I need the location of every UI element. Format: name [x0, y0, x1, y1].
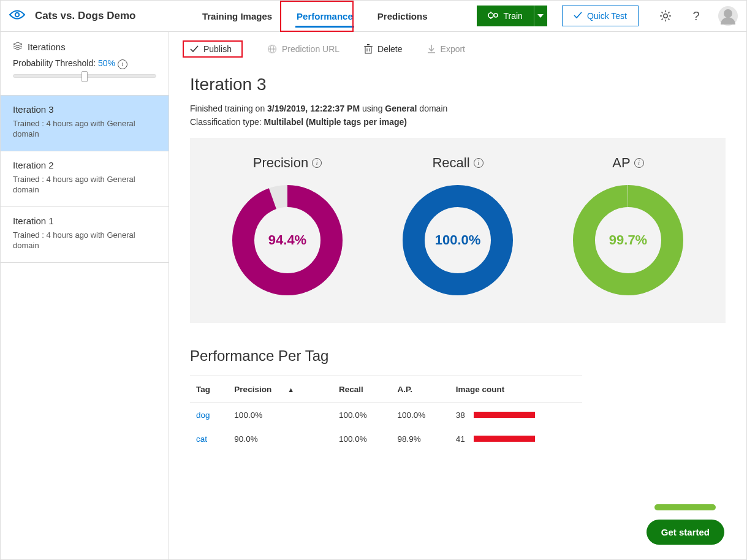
iteration-sub: Trained : 4 hours ago with General domai… [13, 230, 156, 251]
ap-donut: 99.7% [570, 182, 686, 298]
perf-per-tag-heading: Performance Per Tag [169, 323, 746, 376]
count-bar [474, 412, 535, 418]
cell-ap: 98.9% [391, 427, 449, 451]
tab-training-images[interactable]: Training Images [190, 1, 284, 31]
fab-decoration [654, 504, 716, 510]
svg-line-12 [668, 18, 669, 20]
th-ap[interactable]: A.P. [391, 376, 449, 403]
quick-test-label: Quick Test [587, 11, 627, 21]
iteration-item[interactable]: Iteration 2Trained : 4 hours ago with Ge… [1, 151, 169, 207]
perf-table: Tag Precision▲ Recall A.P. Image count d… [190, 376, 582, 451]
iteration-meta: Finished training on 3/19/2019, 12:22:37… [169, 102, 746, 138]
ap-value: 99.7% [570, 182, 686, 298]
publish-button[interactable]: Publish [183, 40, 243, 58]
cell-recall: 100.0% [333, 403, 391, 427]
recall-label: Recall [432, 155, 469, 171]
table-row: dog 100.0% 100.0% 100.0% 38 [190, 403, 582, 427]
svg-line-13 [662, 18, 663, 20]
iteration-item[interactable]: Iteration 3Trained : 4 hours ago with Ge… [1, 95, 169, 151]
download-icon [427, 44, 436, 54]
th-count[interactable]: Image count [450, 376, 582, 403]
svg-point-0 [15, 13, 19, 17]
train-button[interactable]: Train [477, 6, 547, 26]
top-nav: Cats vs. Dogs Demo Training Images Perfo… [1, 1, 746, 32]
quick-test-button[interactable]: Quick Test [562, 6, 639, 26]
cell-recall: 100.0% [333, 427, 391, 451]
check-icon [574, 11, 582, 21]
iteration-title: Iteration 3 [13, 104, 156, 115]
info-icon[interactable]: i [634, 158, 644, 168]
th-tag[interactable]: Tag [190, 376, 228, 403]
iteration-sub: Trained : 4 hours ago with General domai… [13, 118, 156, 140]
threshold-value: 50% [98, 58, 115, 68]
sidebar: Iterations Probability Threshold: 50% i … [1, 32, 169, 559]
page-heading: Iteration 3 [169, 64, 746, 102]
prediction-url-button: Prediction URL [267, 44, 339, 54]
cell-precision: 90.0% [228, 427, 333, 451]
train-label: Train [504, 11, 523, 21]
train-dropdown[interactable] [534, 6, 547, 26]
iteration-title: Iteration 1 [13, 216, 156, 226]
recall-metric: Recalli 100.0% [400, 155, 516, 298]
cell-ap: 100.0% [391, 403, 449, 427]
help-icon[interactable]: ? [688, 7, 705, 25]
cell-count: 38 [456, 411, 465, 420]
gears-icon [488, 11, 499, 21]
svg-point-6 [664, 14, 667, 18]
precision-metric: Precisioni 94.4% [229, 155, 346, 298]
svg-line-14 [668, 12, 669, 13]
metrics-panel: Precisioni 94.4% Recalli 100.0% APi 99.7… [190, 138, 726, 323]
threshold-control: Probability Threshold: 50% i [1, 58, 169, 95]
info-icon[interactable]: i [118, 59, 127, 69]
layers-icon [13, 42, 23, 52]
vision-logo-icon [9, 9, 25, 23]
publish-label: Publish [203, 44, 232, 54]
ap-label: AP [612, 155, 630, 171]
threshold-label: Probability Threshold: [13, 58, 96, 68]
prediction-url-label: Prediction URL [282, 44, 339, 54]
main-content: Publish Prediction URL Delete Export Ite… [169, 32, 746, 559]
tab-predictions[interactable]: Predictions [365, 1, 440, 31]
cell-precision: 100.0% [228, 403, 333, 427]
sort-asc-icon: ▲ [287, 386, 294, 393]
precision-label: Precision [253, 155, 308, 171]
iterations-label: Iterations [28, 42, 66, 52]
recall-donut: 100.0% [400, 182, 516, 298]
info-icon[interactable]: i [474, 158, 483, 168]
nav-tabs: Training Images Performance Predictions [190, 1, 440, 31]
table-row: cat 90.0% 100.0% 98.9% 41 [190, 427, 582, 451]
iteration-sub: Trained : 4 hours ago with General domai… [13, 174, 156, 195]
action-bar: Publish Prediction URL Delete Export [169, 32, 746, 64]
user-avatar[interactable] [718, 6, 738, 26]
iteration-item[interactable]: Iteration 1Trained : 4 hours ago with Ge… [1, 207, 169, 263]
threshold-slider[interactable] [13, 74, 156, 78]
svg-point-2 [494, 13, 498, 17]
info-icon[interactable]: i [312, 158, 322, 168]
project-title: Cats vs. Dogs Demo [35, 10, 135, 22]
settings-icon[interactable] [657, 7, 674, 25]
ap-metric: APi 99.7% [570, 155, 686, 298]
precision-donut: 94.4% [229, 182, 346, 298]
svg-rect-18 [365, 47, 371, 53]
cell-count: 41 [456, 434, 465, 444]
iterations-header: Iterations [1, 32, 169, 58]
svg-point-1 [488, 13, 493, 18]
count-bar [474, 436, 535, 442]
recall-value: 100.0% [400, 182, 516, 298]
delete-button[interactable]: Delete [364, 44, 402, 54]
tab-performance[interactable]: Performance [284, 1, 365, 31]
export-button: Export [427, 44, 465, 54]
delete-label: Delete [377, 44, 402, 54]
globe-icon [267, 44, 277, 54]
export-label: Export [441, 44, 465, 54]
tag-link[interactable]: cat [196, 434, 207, 444]
check-icon [190, 45, 199, 53]
iteration-title: Iteration 2 [13, 160, 156, 170]
th-recall[interactable]: Recall [333, 376, 391, 403]
trash-icon [364, 44, 373, 54]
th-precision[interactable]: Precision▲ [228, 376, 333, 403]
svg-line-11 [662, 12, 663, 13]
precision-value: 94.4% [229, 182, 346, 298]
get-started-button[interactable]: Get started [647, 520, 724, 545]
tag-link[interactable]: dog [196, 411, 210, 420]
